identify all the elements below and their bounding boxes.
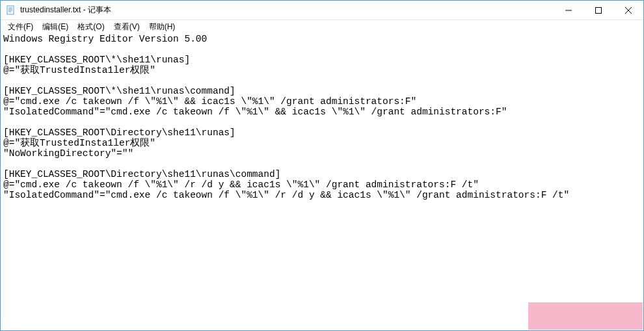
svg-rect-6 <box>596 7 602 13</box>
titlebar: trustedinstaller.txt - 记事本 <box>1 1 643 20</box>
text-editor[interactable] <box>1 33 643 330</box>
menu-view[interactable]: 查看(V) <box>109 21 144 33</box>
menu-help[interactable]: 帮助(H) <box>144 21 180 33</box>
window-title: trustedinstaller.txt - 记事本 <box>20 5 554 16</box>
menu-edit[interactable]: 编辑(E) <box>38 21 73 33</box>
notepad-icon <box>6 5 16 16</box>
menu-file[interactable]: 文件(F) <box>3 21 38 33</box>
minimize-button[interactable] <box>554 1 584 20</box>
editor-area <box>1 33 643 330</box>
window-controls <box>554 1 643 20</box>
menubar: 文件(F) 编辑(E) 格式(O) 查看(V) 帮助(H) <box>1 20 643 33</box>
close-button[interactable] <box>613 1 643 20</box>
menu-format[interactable]: 格式(O) <box>73 21 109 33</box>
maximize-button[interactable] <box>584 1 613 20</box>
pink-overlay <box>528 302 643 330</box>
